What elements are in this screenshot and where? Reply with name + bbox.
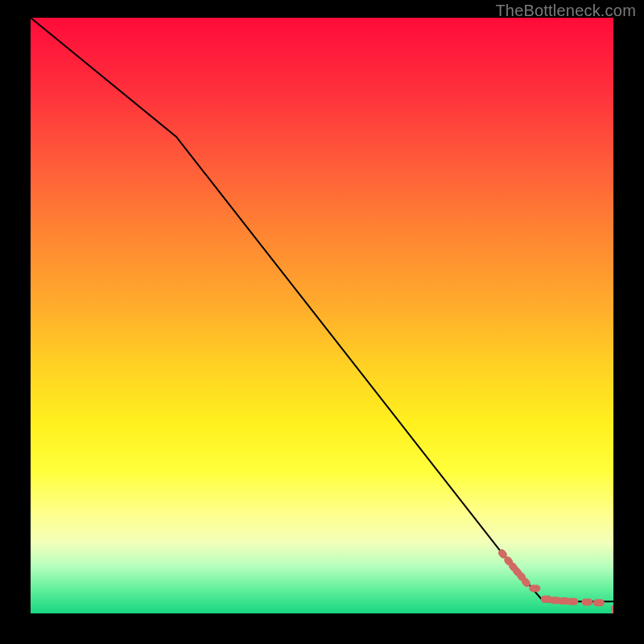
markers-group xyxy=(497,548,613,613)
marker-dash xyxy=(581,598,592,605)
marker-dash xyxy=(567,598,578,605)
chart-svg xyxy=(31,18,613,613)
marker-dash xyxy=(593,599,605,606)
chart-frame: TheBottleneck.com xyxy=(0,0,644,644)
marker-dash xyxy=(529,584,540,592)
plot-area xyxy=(31,18,613,613)
curve-line xyxy=(31,18,613,601)
